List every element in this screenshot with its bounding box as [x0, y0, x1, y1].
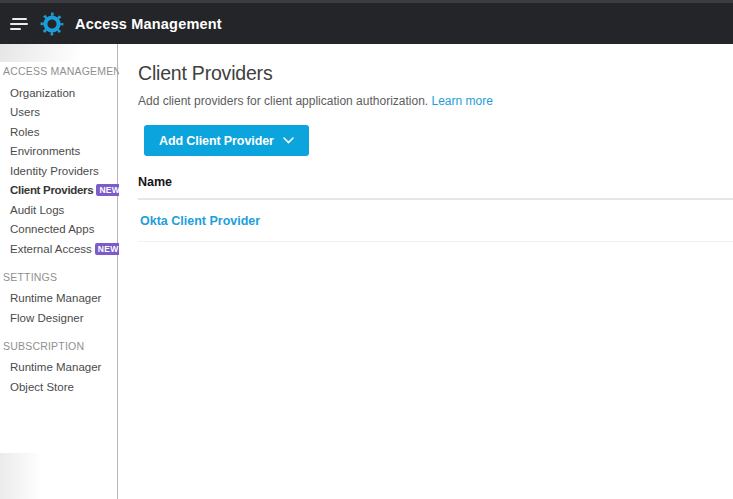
chevron-down-icon — [283, 137, 294, 144]
sidebar-item-users[interactable]: Users — [0, 103, 117, 123]
sidebar-item-label: Runtime Manager — [10, 292, 101, 304]
sidebar-item-connected-apps[interactable]: Connected Apps — [0, 220, 117, 240]
sidebar-item-organization[interactable]: Organization — [0, 83, 117, 103]
sidebar-item-label: Audit Logs — [10, 204, 64, 216]
anypoint-logo-icon — [40, 12, 64, 36]
sidebar-item-flow-designer[interactable]: Flow Designer — [0, 308, 117, 328]
sidebar-section-subscription: SUBSCRIPTION Runtime Manager Object Stor… — [0, 340, 117, 397]
page-description-text: Add client providers for client applicat… — [138, 94, 428, 108]
scroll-shadow-bottom — [0, 453, 42, 499]
client-provider-link[interactable]: Okta Client Provider — [140, 214, 260, 228]
sidebar-section-label: SETTINGS — [3, 271, 117, 284]
access-management-app: Access Management ACCESS MANAGEMENT Orga… — [0, 0, 733, 499]
sidebar: ACCESS MANAGEMENT Organization Users Rol… — [0, 44, 118, 499]
sidebar-item-label: Roles — [10, 126, 39, 138]
sidebar-item-runtime-manager[interactable]: Runtime Manager — [0, 289, 117, 309]
main-content: Client Providers Add client providers fo… — [119, 44, 733, 499]
table-row[interactable]: Okta Client Provider — [138, 200, 733, 242]
scroll-shadow-top — [0, 44, 114, 62]
sidebar-item-label: Users — [10, 106, 40, 118]
sidebar-item-client-providers[interactable]: Client Providers NEW — [0, 181, 117, 201]
new-badge: NEW — [95, 243, 122, 255]
page-title: Client Providers — [138, 62, 733, 85]
sidebar-section-access-management: ACCESS MANAGEMENT Organization Users Rol… — [0, 65, 117, 259]
sidebar-section-label: ACCESS MANAGEMENT — [3, 65, 117, 78]
app-title: Access Management — [75, 16, 222, 32]
table-header-row: Name — [138, 172, 733, 200]
sidebar-item-external-access[interactable]: External Access NEW — [0, 239, 117, 259]
sidebar-item-label: Environments — [10, 145, 80, 157]
sidebar-section-settings: SETTINGS Runtime Manager Flow Designer — [0, 271, 117, 328]
sidebar-item-label: External Access — [10, 243, 92, 255]
add-client-provider-button[interactable]: Add Client Provider — [144, 125, 309, 156]
page-description: Add client providers for client applicat… — [138, 94, 733, 108]
top-header: Access Management — [0, 0, 733, 44]
learn-more-link[interactable]: Learn more — [432, 94, 493, 108]
sidebar-item-label: Client Providers — [10, 184, 93, 196]
sidebar-section-label: SUBSCRIPTION — [3, 340, 117, 353]
sidebar-item-label: Identity Providers — [10, 165, 99, 177]
sidebar-item-runtime-manager-subscription[interactable]: Runtime Manager — [0, 358, 117, 378]
sidebar-item-label: Connected Apps — [10, 223, 94, 235]
sidebar-item-label: Runtime Manager — [10, 361, 101, 373]
add-client-provider-button-label: Add Client Provider — [159, 134, 274, 148]
sidebar-item-object-store[interactable]: Object Store — [0, 377, 117, 397]
sidebar-item-label: Object Store — [10, 381, 74, 393]
sidebar-item-label: Flow Designer — [10, 312, 84, 324]
menu-icon[interactable] — [10, 18, 30, 30]
column-header-name: Name — [138, 175, 172, 189]
sidebar-item-environments[interactable]: Environments — [0, 142, 117, 162]
sidebar-item-roles[interactable]: Roles — [0, 122, 117, 142]
sidebar-item-identity-providers[interactable]: Identity Providers — [0, 161, 117, 181]
client-providers-table: Name Okta Client Provider — [138, 172, 733, 242]
sidebar-item-label: Organization — [10, 87, 75, 99]
sidebar-item-audit-logs[interactable]: Audit Logs — [0, 200, 117, 220]
